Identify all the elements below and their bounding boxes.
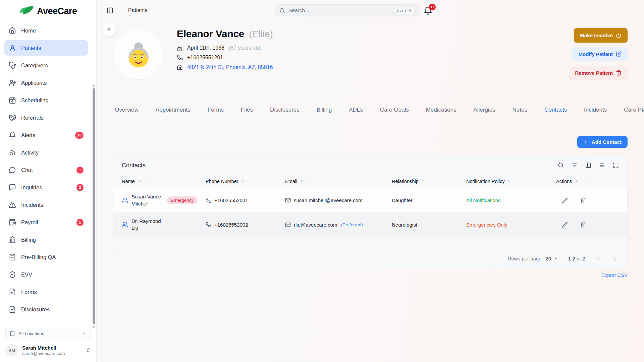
- remove-patient-button[interactable]: Remove Patient: [569, 66, 628, 80]
- calendar-heart-icon: [9, 97, 16, 104]
- back-button[interactable]: [102, 22, 116, 36]
- brand-logo[interactable]: AveeCare: [0, 0, 96, 21]
- contacts-card: Contacts NamePhone NumberEmailRelationsh…: [113, 156, 628, 268]
- relationship-cell: Daughter: [392, 197, 466, 203]
- sidebar-item-incidents[interactable]: Incidents: [4, 197, 88, 213]
- sidebar-item-label: Caregivers: [21, 62, 48, 69]
- rows-per-page-select[interactable]: 20: [545, 256, 558, 261]
- sidebar-item-inquiries[interactable]: Inquiries2: [4, 180, 88, 195]
- sidebar-item-activity[interactable]: Activity: [4, 145, 88, 160]
- chevron-right-icon[interactable]: [612, 255, 619, 262]
- column-menu-icon[interactable]: [250, 179, 254, 184]
- sidebar-item-label: Activity: [21, 149, 39, 156]
- tab-incidents[interactable]: Incidents: [583, 103, 607, 118]
- tab-billing[interactable]: Billing: [316, 103, 332, 118]
- chevron-down-icon: [82, 331, 87, 336]
- panel-toggle-icon[interactable]: [107, 7, 113, 14]
- table-toolbar: [558, 162, 619, 168]
- patient-dob: April 11th, 1938: [187, 45, 224, 51]
- columns-icon[interactable]: [585, 162, 591, 168]
- trash-icon[interactable]: [580, 222, 586, 228]
- power-icon: [616, 33, 622, 38]
- sidebar-item-billing[interactable]: Billing: [4, 232, 88, 247]
- tab-files[interactable]: Files: [240, 103, 254, 118]
- tab-contacts[interactable]: Contacts: [544, 103, 568, 118]
- sort-icon[interactable]: [507, 179, 511, 183]
- column-menu-icon[interactable]: [516, 179, 520, 184]
- notification-policy-cell: Emergencies Only: [466, 222, 556, 228]
- sidebar-item-alerts[interactable]: Alerts13: [4, 127, 88, 143]
- sidebar-item-payroll[interactable]: Payroll1: [4, 215, 88, 230]
- email-cell: susan.mitchell@aveecare.com: [285, 197, 392, 203]
- patient-phone: +16025551201: [187, 55, 223, 61]
- scroll-up-arrow-icon[interactable]: [92, 84, 95, 86]
- tab-allergies[interactable]: Allergies: [473, 103, 496, 118]
- sidebar-item-applicants[interactable]: Applicants: [4, 75, 88, 90]
- sidebar-item-chat[interactable]: Chat1: [4, 162, 88, 178]
- sidebar-item-scheduling[interactable]: Scheduling: [4, 93, 88, 108]
- tab-overview[interactable]: Overview: [114, 103, 139, 118]
- column-header-phone-number: Phone Number: [206, 179, 285, 184]
- sidebar-item-home[interactable]: Home: [4, 23, 88, 38]
- sort-icon[interactable]: [137, 179, 142, 183]
- sidebar-item-label: Patients: [21, 45, 41, 51]
- edit-pencil-icon[interactable]: [562, 197, 568, 203]
- scrollbar-thumb[interactable]: [93, 88, 95, 324]
- sidebar-item-evv[interactable]: EVV: [4, 267, 88, 282]
- patient-address-link[interactable]: 4821 N 24th St, Phoenix, AZ, 85016: [187, 64, 273, 70]
- file-text-icon: [9, 306, 16, 313]
- tab-disclosures[interactable]: Disclosures: [269, 103, 300, 118]
- make-inactive-button[interactable]: Make Inactive: [574, 28, 628, 43]
- rows-icon[interactable]: [599, 162, 605, 168]
- sidebar-item-patients[interactable]: Patients: [4, 40, 88, 56]
- sort-icon[interactable]: [421, 179, 425, 183]
- patient-header: Eleanor Vance (Ellie) April 11th, 1938 (…: [177, 28, 273, 70]
- sort-icon[interactable]: [300, 179, 304, 183]
- sidebar-item-pre-billing-qa[interactable]: Pre-Billing QA: [4, 249, 88, 265]
- search-icon[interactable]: [558, 162, 564, 168]
- sidebar-scrollbar[interactable]: [92, 84, 95, 328]
- column-menu-icon[interactable]: [430, 179, 434, 184]
- keyboard-shortcut-badge: Ctrl K: [393, 7, 416, 14]
- modify-patient-button[interactable]: Modify Patient: [572, 47, 628, 61]
- count-badge: 1: [76, 167, 84, 174]
- handshake-icon: [9, 114, 16, 121]
- sort-icon[interactable]: [575, 179, 579, 183]
- edit-pencil-icon[interactable]: [562, 222, 568, 228]
- sidebar-item-caregivers[interactable]: Caregivers: [4, 58, 88, 73]
- table-body: Susan Vance-Mitchell Emergency +16025552…: [113, 188, 627, 237]
- message-circle-icon: [9, 166, 16, 174]
- trash-icon[interactable]: [580, 197, 586, 203]
- tab-appointments[interactable]: Appointments: [155, 103, 191, 118]
- tab-care-plans[interactable]: Care Plans: [623, 103, 644, 118]
- notifications-button[interactable]: 17: [424, 6, 432, 15]
- filter-icon[interactable]: [572, 162, 578, 168]
- sort-icon[interactable]: [241, 179, 245, 183]
- breadcrumb: Patients: [128, 7, 148, 13]
- tab-notes[interactable]: Notes: [512, 103, 528, 118]
- sidebar-item-disclosures[interactable]: Disclosures: [4, 302, 88, 317]
- add-contact-button[interactable]: Add Contact: [577, 136, 628, 148]
- chevron-left-icon[interactable]: [595, 255, 602, 262]
- tab-medications[interactable]: Medications: [425, 103, 457, 118]
- scroll-down-arrow-icon[interactable]: [92, 326, 95, 328]
- tab-adls[interactable]: ADLs: [348, 103, 364, 118]
- tab-forms[interactable]: Forms: [207, 103, 224, 118]
- search-bar[interactable]: Ctrl K: [274, 4, 420, 16]
- user-menu[interactable]: SM Sarah Mitchell sarah@aveecare.com: [5, 344, 91, 357]
- column-menu-icon[interactable]: [146, 179, 151, 184]
- logo-leaf-icon: [19, 5, 34, 17]
- maximize-icon[interactable]: [613, 162, 619, 168]
- tab-care-goals[interactable]: Care Goals: [379, 103, 410, 118]
- search-input[interactable]: [288, 7, 393, 13]
- phone-icon: [177, 55, 183, 61]
- sidebar-item-referrals[interactable]: Referrals: [4, 110, 88, 125]
- location-selector[interactable]: All Locations: [5, 328, 91, 339]
- sidebar-item-label: Referrals: [21, 115, 44, 121]
- export-csv-link[interactable]: Export CSV: [601, 272, 628, 278]
- user-icon: [9, 44, 16, 52]
- column-menu-icon[interactable]: [583, 179, 588, 184]
- count-badge: 13: [75, 132, 84, 139]
- column-menu-icon[interactable]: [308, 179, 313, 184]
- sidebar-item-forms[interactable]: Forms: [4, 284, 88, 300]
